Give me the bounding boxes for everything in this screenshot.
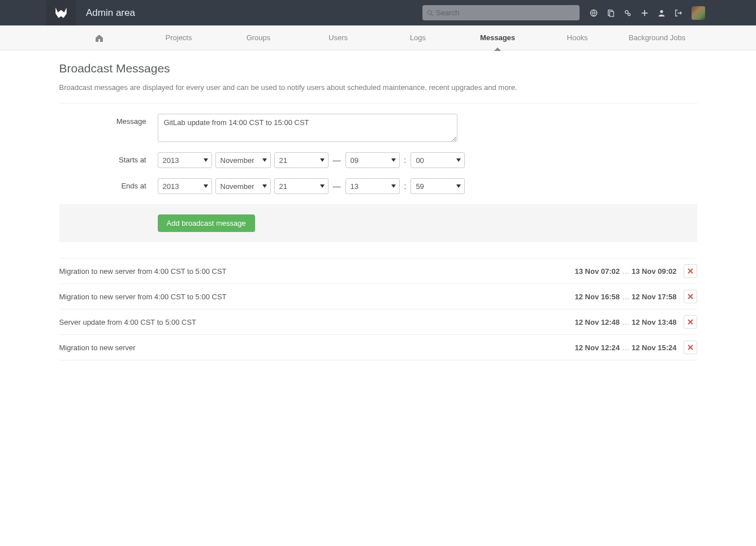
dash-separator: — (333, 182, 341, 191)
avatar[interactable] (692, 6, 705, 20)
message-end: 12 Nov 13:48 (632, 318, 677, 326)
message-dates: 12 Nov 12:24 … 12 Nov 15:24 (575, 343, 677, 352)
message-input[interactable] (158, 114, 457, 142)
nav-users[interactable]: Users (299, 25, 378, 50)
delete-button[interactable] (684, 341, 697, 354)
starts-hour-select[interactable]: 09 (345, 152, 400, 168)
delete-button[interactable] (684, 264, 697, 278)
message-dates: 12 Nov 12:48 … 12 Nov 13:48 (575, 318, 677, 326)
message-end: 12 Nov 15:24 (632, 343, 677, 352)
message-start: 12 Nov 12:24 (575, 343, 620, 352)
svg-line-1 (431, 14, 434, 16)
ends-year-select[interactable]: 2013 (158, 178, 212, 194)
starts-day-select[interactable]: 21 (274, 152, 329, 168)
ellipsis: … (622, 293, 629, 301)
search-icon (427, 10, 434, 16)
svg-point-0 (428, 10, 432, 14)
broadcast-form: Message Starts at 2013 November 21 — 09 … (59, 114, 697, 242)
starts-month-select[interactable]: November (215, 152, 271, 168)
divider (59, 103, 697, 104)
topbar-title: Admin area (86, 7, 135, 19)
message-text: Migration to new server from 4:00 CST to… (59, 267, 575, 276)
svg-rect-4 (610, 11, 614, 16)
ends-day-select[interactable]: 21 (274, 178, 329, 194)
message-start: 13 Nov 07:02 (575, 267, 620, 276)
globe-icon[interactable] (590, 9, 598, 17)
message-row: Migration to new server from 4:00 CST to… (59, 284, 697, 309)
message-dates: 13 Nov 07:02 … 13 Nov 09:02 (575, 267, 677, 276)
svg-point-6 (628, 13, 630, 15)
app-logo[interactable] (46, 0, 76, 25)
delete-button[interactable] (684, 290, 697, 303)
svg-point-5 (625, 10, 628, 13)
colon-separator: : (404, 156, 407, 165)
close-icon (688, 294, 693, 299)
nav-background-jobs[interactable]: Background Jobs (617, 25, 697, 50)
message-end: 12 Nov 17:58 (632, 293, 677, 301)
user-icon[interactable] (658, 9, 666, 17)
topbar: Admin area (0, 0, 756, 25)
message-row: Migration to new server12 Nov 12:24 … 12… (59, 335, 697, 360)
ellipsis: … (622, 343, 629, 352)
topbar-icons (590, 6, 705, 20)
message-start: 12 Nov 12:48 (575, 318, 620, 326)
nav-messages[interactable]: Messages (458, 25, 538, 50)
navbar: Projects Groups Users Logs Messages Hook… (0, 25, 756, 50)
nav-logs[interactable]: Logs (378, 25, 458, 50)
delete-button[interactable] (684, 315, 697, 329)
ends-month-select[interactable]: November (215, 178, 271, 194)
message-row: Migration to new server from 4:00 CST to… (59, 258, 697, 284)
message-end: 13 Nov 09:02 (632, 267, 677, 276)
starts-min-select[interactable]: 00 (411, 152, 465, 168)
ellipsis: … (622, 318, 629, 326)
add-broadcast-button[interactable]: Add broadcast message (158, 214, 255, 232)
label-ends: Ends at (59, 178, 158, 190)
content: Broadcast Messages Broadcast messages ar… (59, 50, 697, 360)
message-text: Migration to new server (59, 343, 575, 352)
cogs-icon[interactable] (624, 9, 632, 17)
form-actions: Add broadcast message (59, 204, 697, 242)
close-icon (688, 345, 693, 350)
nav-home[interactable] (59, 25, 139, 50)
search-input[interactable] (436, 8, 575, 17)
colon-separator: : (404, 182, 407, 191)
message-start: 12 Nov 16:58 (575, 293, 620, 301)
message-dates: 12 Nov 16:58 … 12 Nov 17:58 (575, 293, 677, 301)
dash-separator: — (333, 156, 341, 165)
nav-projects[interactable]: Projects (139, 25, 219, 50)
messages-list: Migration to new server from 4:00 CST to… (59, 258, 697, 360)
label-starts: Starts at (59, 152, 158, 164)
paste-icon[interactable] (607, 9, 615, 17)
close-icon (688, 268, 693, 274)
page-description: Broadcast messages are displayed for eve… (59, 83, 697, 92)
search-box[interactable] (422, 5, 580, 20)
close-icon (688, 319, 693, 325)
starts-year-select[interactable]: 2013 (158, 152, 212, 168)
label-message: Message (59, 114, 158, 126)
message-row: Server update from 4:00 CST to 5:00 CST1… (59, 309, 697, 335)
message-text: Migration to new server from 4:00 CST to… (59, 293, 575, 301)
message-text: Server update from 4:00 CST to 5:00 CST (59, 318, 575, 326)
ellipsis: … (622, 267, 629, 276)
page-title: Broadcast Messages (59, 62, 697, 75)
nav-groups[interactable]: Groups (219, 25, 299, 50)
plus-icon[interactable] (641, 9, 649, 17)
nav-hooks[interactable]: Hooks (538, 25, 617, 50)
ends-hour-select[interactable]: 13 (345, 178, 400, 194)
ends-min-select[interactable]: 59 (411, 178, 465, 194)
home-icon (94, 33, 104, 43)
sign-out-icon[interactable] (675, 9, 682, 17)
svg-point-7 (660, 10, 663, 12)
fox-icon (54, 6, 68, 20)
